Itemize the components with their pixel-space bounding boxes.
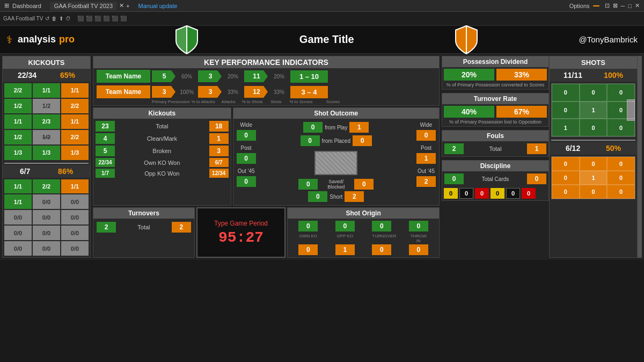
turnover-rate-title: Turnover Rate bbox=[442, 93, 548, 104]
kpi-row-1: Team Name 5 60% 3 20% 11 20% 1 – 10 bbox=[93, 68, 439, 84]
app-title: Dashboard bbox=[12, 3, 41, 9]
shots-pct: 100% bbox=[604, 71, 623, 79]
kickouts-summary2: 6/7 86% bbox=[3, 165, 90, 178]
kickout-cell: 0/0 bbox=[4, 210, 32, 225]
kpi-pct1-2: 20% bbox=[223, 74, 243, 79]
window-icon2[interactable]: ⊠ bbox=[613, 2, 618, 9]
manual-update-link[interactable]: Manual update bbox=[138, 3, 178, 9]
close-tab-icon[interactable]: ✕ bbox=[119, 2, 124, 9]
kickout-cell: 0/0 bbox=[33, 241, 60, 256]
game-title: Game Title bbox=[299, 33, 354, 46]
kpi-arrow-shots2: 12 bbox=[244, 86, 268, 98]
ko-orange-broken: 3 bbox=[209, 146, 229, 156]
from-play-row: 0 from Play 1 bbox=[303, 122, 369, 133]
toolbar-icon5[interactable]: ⬛ bbox=[77, 16, 84, 21]
kickout-cell: 0/0 bbox=[4, 226, 32, 240]
so-own-ko-green: 0 bbox=[298, 221, 318, 231]
to-orange-pct: 67% bbox=[496, 106, 547, 118]
short-row: 0 Short 2 bbox=[308, 191, 364, 202]
sg-cell: 1 bbox=[552, 119, 580, 136]
kickout-pct2: 86% bbox=[58, 167, 73, 176]
discipline-cards-row: 0 0 0 0 0 0 bbox=[442, 186, 548, 200]
ko-green-total: 23 bbox=[96, 121, 115, 132]
window-maximize[interactable]: □ bbox=[628, 3, 632, 9]
green-shield-icon bbox=[174, 25, 200, 55]
shots-fraction: 11/11 bbox=[564, 71, 582, 79]
timer-value: 95:27 bbox=[218, 229, 264, 246]
card-yellow-2: 0 bbox=[491, 188, 504, 199]
shot-out45-label-left: Out '45 bbox=[238, 168, 255, 174]
twitter-handle: @TonyBambrick bbox=[579, 35, 638, 44]
kickouts-detail-title: Kickouts bbox=[93, 108, 231, 119]
toolbar-icon6[interactable]: ⬛ bbox=[86, 16, 92, 21]
logo: ⚕ analysispro bbox=[6, 33, 75, 46]
window-close[interactable]: ✕ bbox=[635, 2, 640, 9]
window-icon1[interactable]: ⊡ bbox=[605, 2, 610, 9]
kpi-pct1-3: 20% bbox=[269, 74, 289, 79]
from-play-green: 0 bbox=[303, 122, 323, 133]
toolbar-icon10[interactable]: ⬛ bbox=[120, 16, 127, 21]
kickout-cell: 1/1 bbox=[61, 114, 89, 129]
team1-button[interactable]: Team Name bbox=[97, 70, 150, 83]
so-opp-ko-orange: 1 bbox=[335, 244, 355, 255]
kickout-cell: 1/2 bbox=[33, 130, 60, 144]
saved-orange: 0 bbox=[354, 179, 374, 190]
sg-cell: 1 bbox=[580, 102, 608, 119]
kpi-label-6: % to Scores bbox=[289, 99, 312, 104]
kickout-cell: 1/2 bbox=[4, 130, 32, 144]
fouls-green: 2 bbox=[444, 143, 464, 154]
kickout-cell: 2/2 bbox=[4, 83, 32, 98]
shots-grid2-overlay: 0 0 0 0 1 0 0 0 0 bbox=[552, 157, 635, 199]
so-throw-in-green: 0 bbox=[409, 221, 428, 231]
shots-grid-overlay: 0 0 0 0 1 0 1 0 0 bbox=[552, 84, 635, 136]
turnover-rate-desc: % of Primary Possession lost to Oppositi… bbox=[442, 119, 548, 126]
shot-out45-val-left: 0 bbox=[237, 176, 256, 187]
ko-row-opp: 1/7 Opp KO Won 12/34 bbox=[96, 169, 229, 178]
sg-cell: 0 bbox=[607, 84, 635, 102]
kpi-section: KEY PERFORMANCE INDICATORS Team Name 5 6… bbox=[93, 56, 440, 106]
toolbar-icon7[interactable]: ⬛ bbox=[94, 16, 101, 21]
fouls-label: Total bbox=[467, 146, 524, 152]
toolbar-icon9[interactable]: ⬛ bbox=[112, 16, 118, 21]
fouls-orange: 1 bbox=[527, 143, 546, 154]
kpi-scores1: 1 – 10 bbox=[290, 70, 328, 83]
options-toggle[interactable] bbox=[593, 5, 599, 6]
toolbar-icon2[interactable]: 🗑 bbox=[52, 16, 57, 21]
shot-right-col: Wide 0 Post 1 Out '45 2 bbox=[416, 122, 436, 187]
kpi-label-3: Attacks bbox=[217, 99, 240, 104]
from-placed-orange: 0 bbox=[353, 135, 372, 146]
toolbar-icon3[interactable]: ⬆ bbox=[59, 16, 63, 21]
sg2-cell: 0 bbox=[552, 157, 580, 171]
shots-summary2: 6/12 50% bbox=[550, 142, 637, 155]
kickout-cell: 1/2 bbox=[33, 99, 60, 113]
kpi-label-2: % to Attacks bbox=[192, 99, 215, 104]
poss-orange-pct: 33% bbox=[496, 69, 547, 81]
scroll-indicator[interactable] bbox=[638, 56, 642, 258]
ko-label-total: Total bbox=[118, 123, 206, 129]
ko-label-broken: Broken bbox=[118, 148, 206, 154]
turnovers-row: 2 Total 2 bbox=[93, 219, 194, 236]
turnovers-title: Turnovers bbox=[93, 208, 194, 219]
shot-wide-label-right: Wide bbox=[420, 122, 433, 128]
discipline-top-row: 0 Total Cards 0 bbox=[442, 171, 548, 186]
shot-origin-orange-row: 0 1 0 0 bbox=[290, 244, 437, 255]
center-panel: KEY PERFORMANCE INDICATORS Team Name 5 6… bbox=[91, 56, 442, 258]
add-tab-icon[interactable]: + bbox=[126, 3, 129, 9]
shot-center-col: 0 from Play 1 0 from Placed 0 0 bbox=[258, 122, 414, 202]
kpi-arrow-shots1: 11 bbox=[244, 70, 268, 82]
shots-summary: 11/11 100% bbox=[550, 69, 637, 82]
team2-button[interactable]: Team Name bbox=[97, 85, 150, 98]
discipline-orange: 0 bbox=[527, 173, 546, 184]
toolbar-icon8[interactable]: ⬛ bbox=[103, 16, 109, 21]
kickout-cell: 2/2 bbox=[61, 99, 89, 113]
timer-box: Type Game Period 95:27 bbox=[196, 207, 286, 258]
file-tab[interactable]: GAA Football TV 2023 bbox=[50, 2, 117, 10]
toolbar-icon4[interactable]: ⏱ bbox=[65, 16, 71, 21]
sg-cell: 0 bbox=[580, 119, 608, 136]
kpi-title: KEY PERFORMANCE INDICATORS bbox=[93, 56, 439, 68]
kickout-cell: 0/0 bbox=[33, 210, 60, 225]
window-minimize[interactable]: ─ bbox=[621, 3, 625, 9]
toolbar-icon1[interactable]: ↺ bbox=[45, 16, 49, 21]
kickout-grid-2: 1/1 2/2 1/1 1/1 0/0 0/0 0/0 0/0 0/0 0/0 … bbox=[3, 178, 90, 258]
shot-origin-title: Shot Origin bbox=[288, 208, 439, 219]
